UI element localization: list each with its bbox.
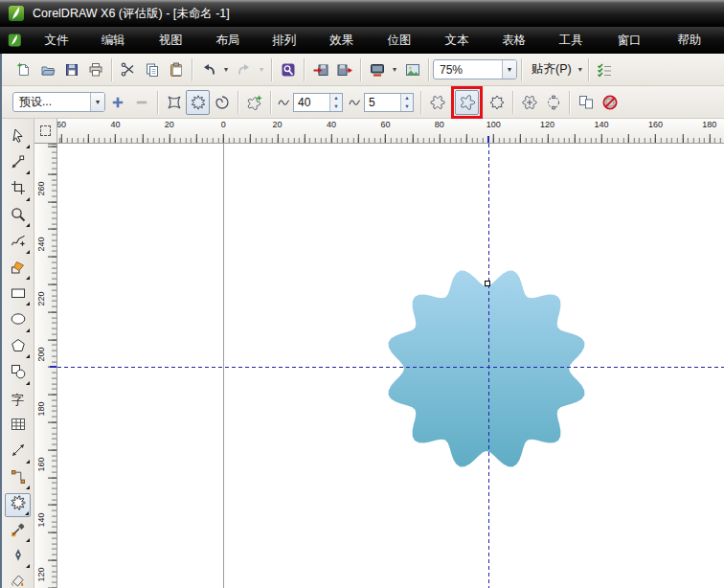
coreldraw-window: CorelDRAW X6 (评估版) - [未命名 -1] 文件(F)编辑(E)… <box>0 0 724 588</box>
menu-bitmaps[interactable]: 位图(B) <box>376 27 434 54</box>
new-distortion-button[interactable] <box>242 90 266 115</box>
table-tool[interactable] <box>5 414 31 438</box>
spin-up-icon[interactable]: ▲ <box>330 94 342 102</box>
rectangle-tool[interactable] <box>5 283 31 306</box>
clear-distortion-button[interactable] <box>598 90 622 115</box>
vertical-guideline[interactable] <box>488 144 489 588</box>
text-tool[interactable]: 字 <box>5 388 31 412</box>
spin-down-icon[interactable]: ▼ <box>330 102 342 111</box>
ruler-label: 180 <box>702 120 716 129</box>
search-content-icon <box>281 62 296 78</box>
redo-icon <box>237 62 252 78</box>
zoom-level-combo[interactable]: 75%▾ <box>433 59 517 79</box>
spin-down-icon[interactable]: ▼ <box>401 102 413 111</box>
amplitude-spinner[interactable]: 40▲▼ <box>278 93 343 112</box>
copy-button[interactable] <box>140 57 164 82</box>
local-distortion-button[interactable] <box>485 90 509 115</box>
preset-combo[interactable]: 预设...▾ <box>12 92 105 112</box>
snap-to-button-label: 贴齐(P) <box>532 61 572 78</box>
star-shape[interactable] <box>57 144 724 588</box>
open-icon <box>40 62 56 78</box>
zoom-tool[interactable] <box>5 204 31 228</box>
welcome-screen-button[interactable] <box>400 57 424 82</box>
menu-text[interactable]: 文本(X) <box>433 27 490 54</box>
cut-button[interactable] <box>116 57 140 82</box>
add-preset-button[interactable] <box>105 90 129 115</box>
export-button[interactable] <box>332 57 356 82</box>
chevron-down-icon[interactable]: ▾ <box>502 60 516 79</box>
frequency-spinner-input[interactable]: 5▲▼ <box>364 93 414 112</box>
toolbar-separator <box>521 58 522 81</box>
clear-distortion-icon <box>602 95 618 110</box>
redo-dropdown[interactable]: ▾ <box>256 57 267 82</box>
menu-window[interactable]: 窗口(W) <box>606 27 667 54</box>
amplitude-spinner-input[interactable]: 40▲▼ <box>293 93 343 112</box>
distortion-node-handle[interactable] <box>485 281 490 286</box>
center-distortion-button[interactable] <box>517 90 541 115</box>
amplitude-spinner-arrows[interactable]: ▲▼ <box>329 94 342 111</box>
push-pull-distortion-button[interactable] <box>162 90 186 115</box>
chevron-down-icon[interactable]: ▾ <box>90 93 104 111</box>
ruler-label: 40 <box>327 120 336 129</box>
window-title: CorelDRAW X6 (评估版) - [未命名 -1] <box>33 6 230 22</box>
horizontal-ruler[interactable]: 604020020406080100120140160180 <box>57 119 724 144</box>
snap-to-button[interactable]: 贴齐(P)▾ <box>526 61 584 78</box>
menu-file[interactable]: 文件(F) <box>34 27 90 54</box>
shape-tool[interactable] <box>5 151 31 175</box>
application-launcher-button[interactable] <box>365 57 389 82</box>
menu-effects[interactable]: 效果(C) <box>318 27 375 54</box>
menu-table[interactable]: 表格(T) <box>490 27 547 54</box>
delete-preset-button[interactable] <box>129 90 153 115</box>
redo-button[interactable] <box>232 57 256 82</box>
undo-button[interactable] <box>196 57 220 82</box>
menu-arrange[interactable]: 排列(A) <box>260 27 318 54</box>
options-button[interactable] <box>593 57 617 82</box>
frequency-spinner[interactable]: 5▲▼ <box>349 93 414 112</box>
paste-button[interactable] <box>164 57 188 82</box>
connector-tool[interactable] <box>5 466 31 490</box>
ruler-label: 0 <box>221 120 226 129</box>
vertical-ruler[interactable]: 260240220200180160140120 <box>34 144 57 588</box>
menu-tools[interactable]: 工具(O) <box>548 27 606 54</box>
color-eyedropper-tool[interactable] <box>5 519 31 543</box>
ruler-origin[interactable] <box>34 119 57 144</box>
undo-dropdown[interactable]: ▾ <box>220 57 232 82</box>
ellipse-tool[interactable] <box>5 309 31 333</box>
twister-distortion-button[interactable] <box>210 90 234 115</box>
outline-pen-tool[interactable] <box>5 545 31 569</box>
toolbar-separator <box>428 58 429 81</box>
spin-up-icon[interactable]: ▲ <box>401 94 413 102</box>
polygon-tool[interactable] <box>5 335 31 359</box>
horizontal-guideline[interactable] <box>57 367 724 368</box>
freehand-tool[interactable] <box>5 231 31 255</box>
zipper-distortion-button[interactable] <box>186 90 210 115</box>
menu-layout[interactable]: 布局(L) <box>205 27 261 54</box>
frequency-spinner-arrows[interactable]: ▲▼ <box>400 94 413 111</box>
rectangle-icon <box>11 285 26 305</box>
smooth-distortion-button[interactable] <box>455 90 479 115</box>
convert-to-curves-button[interactable] <box>541 90 565 115</box>
toolbar-separator <box>192 58 192 81</box>
crop-tool[interactable] <box>5 178 31 202</box>
save-button[interactable] <box>59 57 83 82</box>
smart-fill-tool[interactable] <box>5 257 31 281</box>
random-distortion-button[interactable] <box>425 90 449 115</box>
fill-tool[interactable] <box>5 572 31 588</box>
drawing-canvas[interactable] <box>57 144 724 588</box>
toolbar-separator <box>111 58 112 81</box>
menu-edit[interactable]: 编辑(E) <box>90 27 147 54</box>
document-app-icon[interactable] <box>8 33 22 48</box>
pick-tool[interactable] <box>5 125 31 149</box>
menu-view[interactable]: 视图(V) <box>147 27 205 54</box>
copy-distortion-button[interactable] <box>574 90 598 115</box>
open-button[interactable] <box>35 57 59 82</box>
menu-help[interactable]: 帮助(H) <box>667 27 724 54</box>
basic-shapes-tool[interactable] <box>5 362 31 386</box>
search-content-button[interactable] <box>276 57 300 82</box>
new-document-button[interactable] <box>11 57 35 82</box>
application-launcher-dropdown[interactable]: ▾ <box>389 57 400 82</box>
print-button[interactable] <box>83 57 107 82</box>
dimension-tool[interactable] <box>5 441 31 464</box>
import-button[interactable] <box>308 57 332 82</box>
distort-tool[interactable] <box>5 493 31 517</box>
